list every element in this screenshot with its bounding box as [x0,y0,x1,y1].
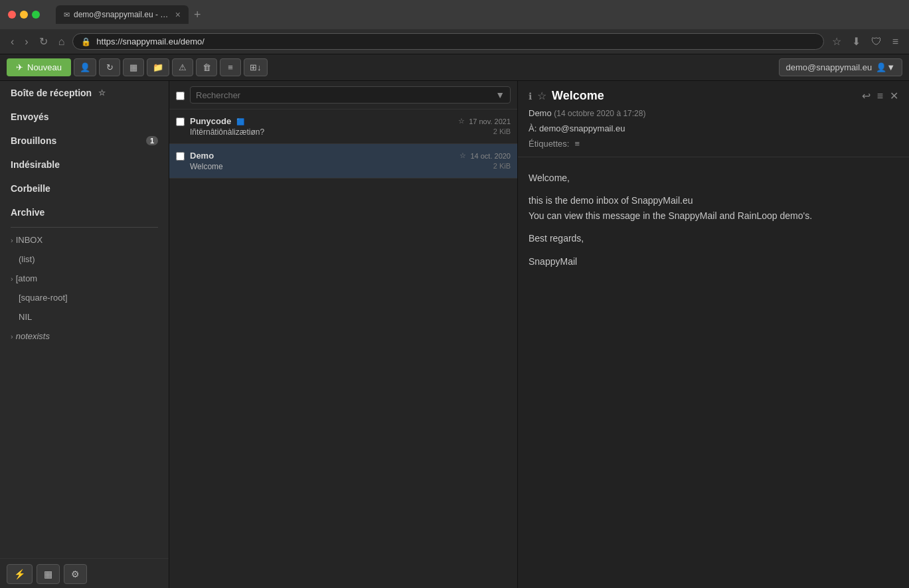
email-checkbox-2[interactable] [176,152,185,161]
trash-label: Corbeille [11,183,50,194]
sidebar-item-inbox[interactable]: Boîte de réception ☆ [0,81,169,105]
main-layout: Boîte de réception ☆ Envoyés Brouillons … [0,81,909,588]
browser-titlebar: ✉ demo@snappymail.eu - Boîte m... × + [0,0,909,29]
search-box: ▼ [190,86,511,104]
email-more-button[interactable]: ≡ [877,90,883,102]
email-view-title-actions: ↩ ≡ ✕ [862,90,898,102]
search-input[interactable] [196,90,495,100]
sidebar: Boîte de réception ☆ Envoyés Brouillons … [0,81,169,588]
delete-button[interactable]: 🗑 [196,58,217,76]
app-toolbar: ✈ Nouveau 👤 ↻ ▦ 📁 ⚠ 🗑 ≡ ⊞↓ demo@snappyma… [0,54,909,81]
email-list: Punycode 🟦 ☆ 17 nov. 2021 Iñtërnâtiônàli… [169,110,517,588]
email-labels-label: Étiquettes: [529,139,569,149]
select-all-checkbox[interactable] [176,92,185,100]
email-date-2: 14 oct. 2020 [470,152,511,160]
email-meta-1: ☆ 17 nov. 2021 [458,117,511,125]
tree-squareroot-label: [square-root] [19,293,68,303]
refresh-button[interactable]: ↻ [99,58,120,76]
active-tab[interactable]: ✉ demo@snappymail.eu - Boîte m... × [56,5,189,24]
sidebar-tree-squareroot[interactable]: [square-root] [0,288,169,307]
bookmark-button[interactable]: ☆ [829,34,844,49]
alert-button[interactable]: ⚠ [172,58,193,76]
browser-chrome: ✉ demo@snappymail.eu - Boîte m... × + ‹ … [0,0,909,54]
search-filter-button[interactable]: ▼ [495,90,505,100]
sidebar-item-sent[interactable]: Envoyés [0,105,169,129]
traffic-lights [8,11,40,19]
email-header-1: Punycode 🟦 ☆ 17 nov. 2021 [190,116,511,126]
sidebar-tree-nil[interactable]: NIL [0,307,169,327]
email-sender-2: Demo [190,151,214,161]
sidebar-footer-btn2[interactable]: ▦ [37,564,60,584]
archive-toolbar-button[interactable]: 📁 [147,58,169,76]
user-info[interactable]: demo@snappymail.eu 👤▼ [779,58,902,76]
email-content-2: Demo ☆ 14 oct. 2020 Welcome 2 KiB [190,151,511,171]
email-content-1: Punycode 🟦 ☆ 17 nov. 2021 Iñtërnâtiônàli… [190,116,511,137]
sidebar-item-drafts[interactable]: Brouillons 1 [0,129,169,153]
email-title-star-icon[interactable]: ☆ [537,90,546,102]
video-button[interactable]: ▦ [123,58,144,76]
tree-list-label: (list) [19,254,35,264]
tab-close-button[interactable]: × [175,9,181,20]
email-close-button[interactable]: ✕ [890,90,898,102]
email-view-header: ℹ ☆ Welcome ↩ ≡ ✕ Demo (14 octobre 2020 … [518,81,909,157]
contacts-button[interactable]: 👤 [74,58,96,76]
sidebar-item-archive[interactable]: Archive [0,200,169,224]
email-size-2: 2 KiB [493,162,511,170]
email-view-title-row: ℹ ☆ Welcome ↩ ≡ ✕ [529,89,898,103]
email-list-toolbar: ▼ [169,81,517,110]
sidebar-footer-btn1[interactable]: ⚡ [7,564,33,584]
email-labels-icon[interactable]: ≡ [574,139,580,149]
download-button[interactable]: ⬇ [849,34,863,49]
email-header-2: Demo ☆ 14 oct. 2020 [190,151,511,161]
tree-atom-label: [atom [16,273,38,283]
email-star-2[interactable]: ☆ [459,151,466,160]
tab-mail-icon: ✉ [64,11,70,19]
tab-title: demo@snappymail.eu - Boîte m... [74,10,171,19]
email-item[interactable]: Punycode 🟦 ☆ 17 nov. 2021 Iñtërnâtiônàli… [169,110,517,144]
sidebar-footer-btn3[interactable]: ⚙ [64,564,87,584]
email-date-1: 17 nov. 2021 [469,117,511,125]
chevron-atom-icon: › [11,275,13,283]
browser-menu-button[interactable]: ≡ [890,34,901,49]
maximize-window-button[interactable] [32,11,40,19]
inbox-label: Boîte de réception [11,88,92,98]
sent-label: Envoyés [11,111,49,122]
email-reply-button[interactable]: ↩ [862,90,870,102]
email-view-to: demo@snappymail.eu [539,123,625,133]
email-info-icon: ℹ [529,91,532,102]
close-window-button[interactable] [8,11,16,19]
shield-button[interactable]: 🛡 [868,34,884,49]
email-view-labels-row: Étiquettes: ≡ [529,139,898,149]
reload-button[interactable]: ↻ [37,34,50,49]
chevron-inbox-icon: › [11,236,13,244]
sidebar-tree-list[interactable]: (list) [0,250,169,269]
sidebar-item-trash[interactable]: Corbeille [0,177,169,200]
sidebar-tree-inbox[interactable]: › INBOX [0,230,169,250]
home-button[interactable]: ⌂ [56,35,68,49]
archive-label: Archive [11,207,44,218]
inbox-star-icon[interactable]: ☆ [98,88,106,98]
email-item-selected[interactable]: Demo ☆ 14 oct. 2020 Welcome 2 KiB [169,144,517,179]
browser-toolbar: ‹ › ↻ ⌂ 🔒 ☆ ⬇ 🛡 ≡ [0,29,909,54]
tree-nil-label: NIL [19,312,32,322]
forward-button[interactable]: › [22,35,31,49]
email-body-line-4: SnappyMail [529,254,898,269]
email-star-1[interactable]: ☆ [458,117,465,125]
email-body-line-3: Best regards, [529,231,898,246]
compose-button[interactable]: ✈ Nouveau [7,58,71,76]
grid-button[interactable]: ⊞↓ [244,58,268,76]
browser-toolbar-right: ☆ ⬇ 🛡 ≡ [829,34,901,49]
sidebar-tree-notexists[interactable]: › notexists [0,327,169,346]
list-menu-button[interactable]: ≡ [220,58,241,76]
email-sender-1: Punycode 🟦 [190,116,244,126]
email-meta-2: ☆ 14 oct. 2020 [459,151,511,160]
minimize-window-button[interactable] [20,11,28,19]
address-bar[interactable] [96,37,815,46]
back-button[interactable]: ‹ [8,35,17,49]
new-tab-button[interactable]: + [189,9,207,21]
email-title: Welcome [552,89,604,103]
sidebar-item-spam[interactable]: Indésirable [0,153,169,177]
email-checkbox-1[interactable] [176,117,185,126]
sidebar-tree-atom[interactable]: › [atom [0,269,169,288]
security-icon: 🔒 [81,37,91,46]
